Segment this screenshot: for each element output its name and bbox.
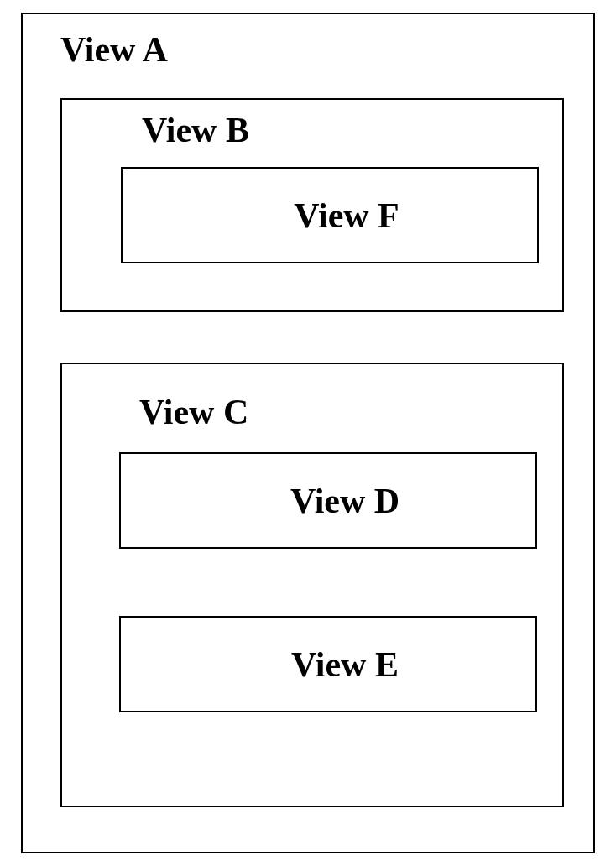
view-d-box: View D	[119, 452, 537, 549]
view-b-label: View B	[142, 110, 249, 150]
view-a-label: View A	[60, 29, 168, 70]
view-b-box: View B View F	[60, 98, 564, 312]
view-c-box: View C View D View E	[60, 363, 564, 807]
view-f-label: View F	[294, 196, 399, 236]
view-e-label: View E	[291, 644, 399, 685]
view-d-label: View D	[290, 481, 399, 521]
view-a-box: View A View B View F View C View D View …	[21, 13, 595, 853]
view-e-box: View E	[119, 616, 537, 712]
view-f-box: View F	[121, 167, 539, 263]
view-c-label: View C	[139, 392, 248, 432]
